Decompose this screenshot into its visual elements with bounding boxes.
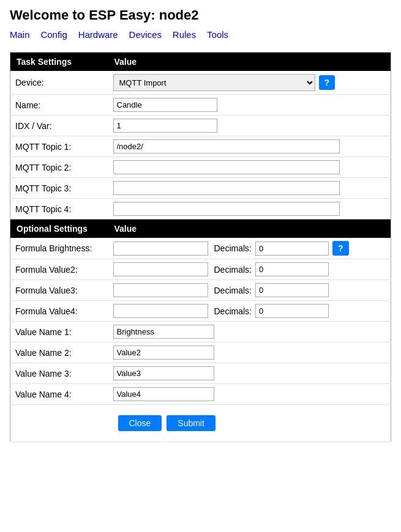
mqtt-topic1-label: MQTT Topic 1:	[10, 136, 108, 157]
value-name3-input[interactable]	[113, 366, 214, 380]
formula-value4-label: Formula Value4:	[10, 301, 108, 322]
value-name2-label: Value Name 2:	[10, 342, 108, 363]
submit-button[interactable]: Submit	[167, 415, 215, 431]
value-name4-label: Value Name 4:	[10, 384, 108, 405]
value-name1-label: Value Name 1:	[10, 322, 108, 342]
mqtt-topic3-row: MQTT Topic 3:	[10, 178, 391, 199]
name-label: Name:	[10, 95, 108, 116]
mqtt-topic3-input[interactable]	[113, 181, 340, 195]
nav-devices[interactable]: Devices	[129, 29, 162, 40]
idxvar-cell	[108, 116, 391, 136]
mqtt-topic2-input[interactable]	[113, 160, 340, 174]
formula-value3-cell: Decimals:	[108, 280, 391, 301]
optional-settings-table: Optional Settings Value Formula Brightne…	[10, 220, 391, 442]
decimals-value3-input[interactable]	[255, 283, 329, 297]
close-button[interactable]: Close	[118, 415, 162, 431]
nav-hardware[interactable]: Hardware	[78, 29, 118, 40]
task-settings-header: Task Settings	[10, 53, 108, 72]
mqtt-topic2-row: MQTT Topic 2:	[10, 157, 391, 178]
value-name1-row: Value Name 1:	[10, 322, 391, 342]
decimals-value2-label: Decimals:	[214, 265, 252, 275]
formula-value4-row: Formula Value4: Decimals:	[10, 301, 391, 322]
buttons-row: Close Submit	[10, 405, 391, 442]
buttons-spacer	[10, 405, 108, 442]
value-name4-row: Value Name 4:	[10, 384, 391, 405]
mqtt-topic1-cell	[108, 136, 391, 157]
nav-tools[interactable]: Tools	[207, 29, 228, 40]
page-title: Welcome to ESP Easy: node2	[10, 7, 391, 23]
formula-brightness-cell: Decimals: ?	[108, 238, 391, 259]
value-name4-cell	[108, 384, 391, 405]
idxvar-row: IDX / Var:	[10, 116, 391, 136]
name-input[interactable]	[113, 98, 217, 112]
value-name3-row: Value Name 3:	[10, 363, 391, 384]
decimals-value2-input[interactable]	[255, 262, 329, 276]
value-name1-input[interactable]	[113, 325, 214, 339]
formula-value3-label: Formula Value3:	[10, 280, 108, 301]
name-row: Name:	[10, 95, 391, 116]
mqtt-topic3-label: MQTT Topic 3:	[10, 178, 108, 199]
nav-main[interactable]: Main	[10, 29, 30, 40]
mqtt-topic1-row: MQTT Topic 1:	[10, 136, 391, 157]
value-name2-row: Value Name 2:	[10, 342, 391, 363]
formula-brightness-label: Formula Brightness:	[10, 238, 108, 259]
task-value-header: Value	[108, 53, 391, 72]
formula-help-button[interactable]: ?	[332, 241, 349, 256]
value-name3-label: Value Name 3:	[10, 363, 108, 384]
device-label: Device:	[10, 71, 108, 95]
formula-brightness-input[interactable]	[113, 242, 208, 256]
mqtt-topic4-label: MQTT Topic 4:	[10, 199, 108, 220]
mqtt-topic3-cell	[108, 178, 391, 199]
decimals-value3-label: Decimals:	[214, 286, 252, 295]
idxvar-label: IDX / Var:	[10, 116, 108, 136]
name-cell	[108, 95, 391, 116]
value-name2-cell	[108, 342, 391, 363]
device-select[interactable]: MQTT Import Generic - no plugin DHT11/12…	[113, 74, 315, 91]
task-settings-table: Task Settings Value Device: MQTT Import …	[10, 52, 391, 220]
formula-value3-row: Formula Value3: Decimals:	[10, 280, 391, 301]
device-row: Device: MQTT Import Generic - no plugin …	[10, 71, 391, 95]
device-cell: MQTT Import Generic - no plugin DHT11/12…	[108, 71, 391, 95]
nav-rules[interactable]: Rules	[173, 29, 196, 40]
mqtt-topic4-cell	[108, 199, 391, 220]
formula-value2-input[interactable]	[113, 262, 208, 276]
optional-settings-header: Optional Settings	[10, 220, 108, 238]
formula-value2-label: Formula Value2:	[10, 259, 108, 280]
mqtt-topic1-input[interactable]	[113, 139, 340, 153]
decimals-value4-label: Decimals:	[214, 306, 252, 316]
formula-value3-input[interactable]	[113, 283, 208, 297]
formula-value4-input[interactable]	[113, 304, 208, 318]
decimals-brightness-label: Decimals:	[214, 243, 252, 253]
idxvar-input[interactable]	[113, 119, 217, 133]
mqtt-topic2-cell	[108, 157, 391, 178]
decimals-brightness-input[interactable]	[255, 242, 329, 256]
formula-brightness-row: Formula Brightness: Decimals: ?	[10, 238, 391, 259]
formula-value2-cell: Decimals:	[108, 259, 391, 280]
device-help-button[interactable]: ?	[319, 75, 335, 90]
nav-config[interactable]: Config	[40, 29, 67, 40]
formula-value2-row: Formula Value2: Decimals:	[10, 259, 391, 280]
value-name4-input[interactable]	[113, 387, 214, 401]
mqtt-topic2-label: MQTT Topic 2:	[10, 157, 108, 178]
optional-value-header: Value	[108, 220, 391, 238]
value-name1-cell	[108, 322, 391, 342]
mqtt-topic4-row: MQTT Topic 4:	[10, 199, 391, 220]
main-nav: Main Config Hardware Devices Rules Tools	[10, 29, 391, 40]
value-name3-cell	[108, 363, 391, 384]
buttons-cell: Close Submit	[108, 405, 391, 442]
formula-value4-cell: Decimals:	[108, 301, 391, 322]
decimals-value4-input[interactable]	[255, 304, 329, 318]
value-name2-input[interactable]	[113, 345, 214, 360]
mqtt-topic4-input[interactable]	[113, 202, 340, 216]
